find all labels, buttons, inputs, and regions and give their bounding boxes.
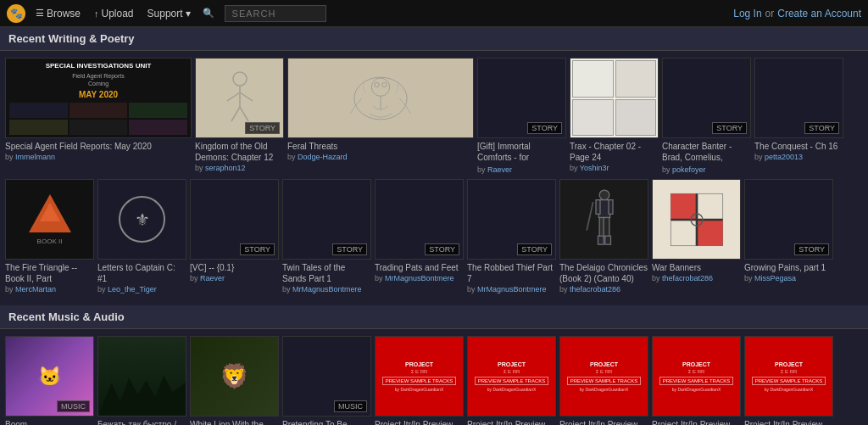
story-badge: STORY [425, 243, 459, 255]
list-item[interactable]: PROJECT Σ ε rr PREVIEW SAMPLE TRACKS by … [375, 336, 464, 425]
music-section-title: Recent Music & Audio [8, 310, 125, 323]
list-item[interactable]: 🐱 MUSIC Boom by tundrafox1 [5, 336, 94, 425]
search-input[interactable] [225, 5, 326, 22]
item-thumbnail: ⚜ [97, 179, 186, 260]
item-title: Project Itr/In Preview Sample Track 4/5 [467, 419, 556, 425]
story-badge: STORY [240, 243, 275, 255]
or-separator: or [765, 8, 775, 20]
list-item[interactable]: PROJECT Σ ε rr PREVIEW SAMPLE TRACKS by … [652, 336, 741, 425]
item-thumbnail: 🦁 [190, 336, 279, 417]
item-title: Trading Pats and Feet [375, 262, 464, 273]
item-thumbnail: STORY [477, 58, 566, 138]
item-title: [VC] -- {0.1} [190, 262, 279, 273]
svg-point-9 [375, 82, 379, 87]
item-title: Feral Threats [287, 141, 474, 152]
music-section-header: Recent Music & Audio [0, 305, 868, 329]
create-account-link[interactable]: Create an Account [777, 8, 861, 20]
upload-icon: ↑ [94, 8, 99, 19]
item-author: by petta20013 [754, 153, 843, 161]
item-title: Project Itr/In Preview Sample Track 1/5 [744, 419, 833, 425]
list-item[interactable]: Бежать так быстро / Run so fast by Mattt… [97, 336, 186, 425]
item-title: Kingdom of the Old Demons: Chapter 12 [195, 141, 284, 163]
list-item[interactable]: PROJECT Σ ε rr PREVIEW SAMPLE TRACKS by … [744, 336, 833, 425]
item-title: Project Itr/In Preview Sample Track 3/5 [559, 419, 648, 425]
list-item[interactable]: Trax - Chapter 02 - Page 24 by Yoshin3r [570, 58, 659, 174]
item-author: by MissPegasa [744, 274, 833, 282]
item-thumbnail: STORY [375, 179, 464, 260]
item-author: by thefacrobat286 [652, 274, 741, 282]
svg-point-0 [233, 72, 247, 86]
item-author: by MrMagnusBontmere [467, 285, 556, 294]
svg-rect-17 [598, 236, 604, 244]
svg-point-11 [599, 190, 609, 200]
list-item[interactable]: STORY [Gift] Immortal Comforts - for Hye… [477, 58, 566, 174]
item-title: Бежать так быстро / Run so fast [97, 419, 186, 425]
support-label: Support [147, 8, 183, 20]
writing-row-2: BOOK II The Fire Triangle -- Book II, Pa… [5, 179, 863, 294]
list-item[interactable]: STORY Character Banter - Brad, Cornelius… [662, 58, 751, 174]
item-thumbnail: PROJECT Σ ε rr PREVIEW SAMPLE TRACKS by … [744, 336, 833, 417]
item-title: Project Itr/In Preview Sample Track 2/5 [652, 419, 741, 425]
story-badge: STORY [794, 243, 829, 255]
item-thumbnail: MUSIC [282, 336, 371, 417]
list-item[interactable]: Feral Threats by Dodge-Hazard [287, 58, 474, 174]
item-title: The Conquest - Ch 16 [754, 141, 843, 152]
svg-point-10 [382, 82, 387, 87]
writing-section-title: Recent Writing & Poetry [8, 32, 135, 45]
list-item[interactable]: STORY Twin Tales of the Sands Part 1 by … [282, 179, 371, 294]
item-thumbnail [287, 58, 474, 138]
item-title: Project Itr/In Preview Sample Track 5/5 [375, 419, 464, 425]
item-title: The Fire Triangle -- Book II, Part [5, 262, 94, 284]
project-sub: Σ ε rr [411, 369, 428, 374]
list-item[interactable]: SPECIAL INVESTIGATIONS UNIT Field Agent … [5, 58, 192, 174]
upload-nav-link[interactable]: ↑ Upload [89, 4, 139, 23]
story-badge: STORY [712, 122, 747, 134]
list-item[interactable]: STORY Trading Pats and Feet by MrMagnusB… [375, 179, 464, 294]
item-title: [Gift] Immortal Comforts - for HyenaGlas… [477, 141, 566, 165]
item-title: Trax - Chapter 02 - Page 24 [570, 141, 659, 163]
list-item[interactable]: The Delaigo Chronicles (Book 2) (Canto 4… [559, 179, 648, 294]
item-title: White Lion With the Green Mane (Drum Cad… [190, 419, 279, 425]
preview-label: PREVIEW SAMPLE TRACKS [382, 377, 457, 385]
list-item[interactable]: PROJECT Σ ε rr PREVIEW SAMPLE TRACKS by … [559, 336, 648, 425]
list-item[interactable]: MUSIC Pretending To Be Straight [Instrum… [282, 336, 371, 425]
list-item[interactable]: STORY Kingdom of the Old Demons: Chapter… [195, 58, 284, 174]
login-link[interactable]: Log In [733, 8, 761, 20]
item-title: Character Banter - Brad, Cornelius, Harl… [662, 141, 751, 165]
music-row-1: 🐱 MUSIC Boom by tundrafox1 Бежать так бы… [5, 336, 863, 425]
item-author: by thefacrobat286 [559, 285, 648, 294]
music-content: 🐱 MUSIC Boom by tundrafox1 Бежать так бы… [0, 329, 868, 425]
item-author: by Immelmann [5, 153, 192, 161]
project-note: by DarkDragonGuardianX [395, 387, 444, 392]
item-thumbnail: PROJECT Σ ε rr PREVIEW SAMPLE TRACKS by … [467, 336, 556, 417]
svg-rect-16 [604, 217, 609, 237]
list-item[interactable]: STORY The Robbed Thief Part 7 by MrMagnu… [467, 179, 556, 294]
item-thumbnail: PROJECT Σ ε rr PREVIEW SAMPLE TRACKS by … [375, 336, 464, 417]
svg-line-19 [587, 202, 593, 230]
list-item[interactable]: War Banners by thefacrobat286 [652, 179, 741, 294]
list-item[interactable]: 🦁 White Lion With the Green Mane (Drum C… [190, 336, 279, 425]
item-title: War Banners [652, 262, 741, 273]
list-item[interactable]: STORY [VC] -- {0.1} by Raever [190, 179, 279, 294]
writing-content: SPECIAL INVESTIGATIONS UNIT Field Agent … [0, 51, 868, 305]
nav-links: ☰ Browse ↑ Upload Support ▾ 🔍 [31, 4, 326, 23]
item-thumbnail: STORY [195, 58, 284, 138]
list-item[interactable]: PROJECT Σ ε rr PREVIEW SAMPLE TRACKS by … [467, 336, 556, 425]
list-item[interactable]: STORY Growing Pains, part 1 by MissPegas… [744, 179, 833, 294]
item-author: by MrMagnusBontmere [375, 274, 464, 282]
list-item[interactable]: STORY The Conquest - Ch 16 by petta20013 [754, 58, 843, 174]
item-author: by MercMartan [5, 285, 94, 294]
item-thumbnail [570, 58, 659, 138]
svg-line-4 [231, 107, 240, 121]
browse-label: Browse [47, 8, 81, 20]
browse-nav-link[interactable]: ☰ Browse [31, 4, 86, 23]
list-item[interactable]: BOOK II The Fire Triangle -- Book II, Pa… [5, 179, 94, 294]
symbol-icon: ⚜ [119, 196, 165, 243]
story-badge: STORY [245, 122, 280, 134]
svg-rect-13 [596, 199, 600, 214]
svg-line-3 [240, 92, 253, 101]
support-nav-link[interactable]: Support ▾ [142, 4, 196, 23]
browse-icon: ☰ [36, 8, 44, 19]
list-item[interactable]: ⚜ Letters to Captain C: #1 by Leo_the_Ti… [97, 179, 186, 294]
item-author: by MrMagnusBontmere [282, 285, 371, 294]
